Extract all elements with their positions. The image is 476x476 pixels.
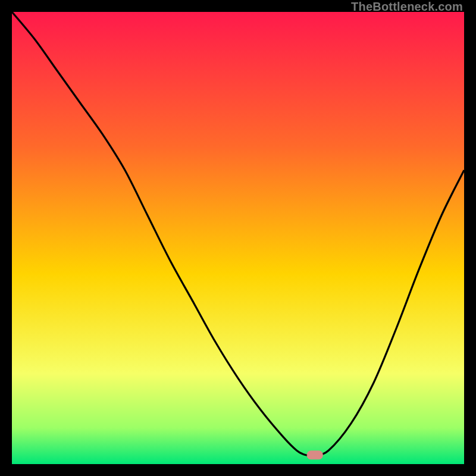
optimal-point-marker [307,451,322,459]
plot-area [12,12,464,464]
gradient-background [12,12,464,464]
chart-frame: TheBottleneck.com [0,0,476,476]
bottleneck-chart [12,12,464,464]
